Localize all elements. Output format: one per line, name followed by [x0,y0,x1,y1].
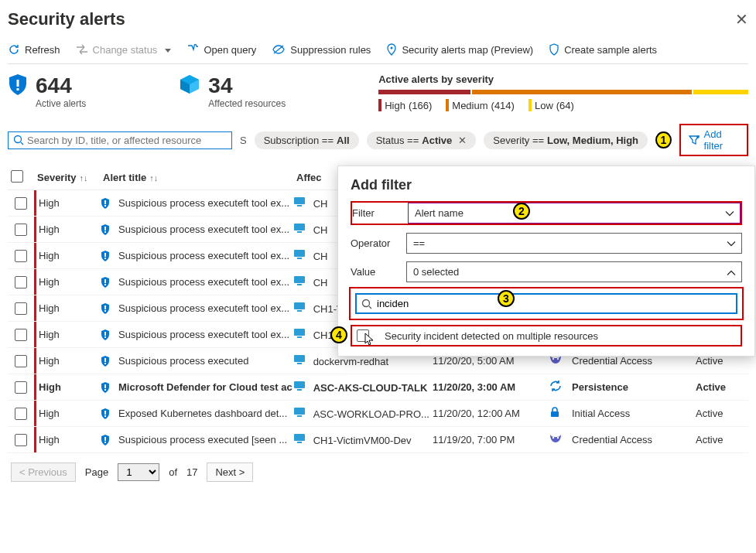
severity-indicator [34,269,36,295]
operator-select[interactable]: == [406,233,742,254]
svg-rect-44 [294,381,305,388]
severity-title: Active alerts by severity [378,73,748,85]
cell-tactic: Credential Access [572,434,696,445]
row-checkbox[interactable] [15,381,27,394]
marker-1: 1 [655,131,672,148]
cell-status: Active [696,434,742,445]
open-query-button[interactable]: Open query [186,44,256,56]
row-checkbox[interactable] [15,197,27,210]
value-select[interactable]: 0 selected [406,261,742,282]
search-box[interactable] [8,131,232,149]
monitor-icon [293,249,306,260]
row-checkbox[interactable] [15,276,27,288]
cell-title: Suspicious process executeft tool ex... [100,329,293,341]
clear-status-icon[interactable]: ✕ [458,135,467,146]
sev-bar-low [693,90,748,94]
close-icon[interactable]: ✕ [735,10,748,29]
row-checkbox[interactable] [15,434,27,446]
alert-shield-icon [100,381,111,394]
svg-rect-52 [104,442,106,443]
filter-panel-title: Add filter [351,177,742,193]
cell-tactic: Credential Access [572,355,696,367]
cell-title: Suspicious process executed [100,355,293,367]
table-row[interactable]: High Microsoft Defender for Cloud test a… [8,374,748,401]
pill-severity[interactable]: Severity == Low, Medium, High [484,131,648,149]
cell-time: 11/20/20, 3:00 AM [433,381,549,393]
add-filter-label: Add filter [704,128,739,152]
sev-low-chip: Low (64) [529,99,574,111]
svg-rect-11 [297,205,302,207]
open-query-label: Open query [204,44,256,56]
svg-point-40 [552,358,554,360]
cell-title: Suspicious process executeft tool ex... [100,197,293,210]
active-label: Active alerts [36,98,86,109]
refresh-button[interactable]: Refresh [8,43,60,56]
cell-title: Microsoft Defender for Cloud test ac ... [100,381,293,394]
value-label: Value [351,266,403,278]
cell-status: Active [696,381,742,393]
row-checkbox[interactable] [15,302,27,315]
tactic-icon [549,406,572,421]
row-checkbox[interactable] [15,355,27,367]
severity-section: Active alerts by severity High (166) Med… [378,73,748,111]
swatch-medium [446,99,449,111]
monitor-icon [293,223,306,234]
cell-resource: ASC-AKS-CLOUD-TALK [293,381,433,394]
cell-tactic: Persistence [572,381,696,393]
page-title: Security alerts [8,9,125,29]
map-button[interactable]: Security alerts map (Preview) [386,43,533,56]
next-button[interactable]: Next > [207,463,253,482]
value-search-input[interactable] [377,298,731,309]
alert-shield-icon [100,250,111,262]
svg-rect-10 [294,197,305,204]
pill-subscription[interactable]: Subscription == All [255,131,359,149]
value-search-box: 3 [349,287,744,320]
active-alerts-stat: 644 Active alerts [8,73,86,109]
filter-option[interactable]: 4 Security incident detected on multiple… [351,325,742,346]
search-icon [361,299,372,309]
svg-rect-14 [294,224,305,230]
filter-row: S Subscription == All Status == Active ✕… [8,124,748,156]
svg-point-1 [391,47,393,49]
cell-severity: High [39,250,100,261]
chevron-down-icon [162,44,171,56]
of-label: of [169,466,177,478]
svg-point-4 [15,136,22,143]
pill-status[interactable]: Status == Active ✕ [367,131,477,149]
svg-rect-46 [104,411,106,415]
marker-2: 2 [513,203,530,220]
change-status-button[interactable]: Change status [76,44,172,56]
active-count: 644 [36,73,86,98]
previous-button[interactable]: < Previous [11,463,76,482]
svg-line-58 [369,306,371,309]
row-checkbox[interactable] [15,250,27,262]
suppression-button[interactable]: Suppression rules [272,44,371,56]
row-checkbox[interactable] [15,329,27,341]
change-status-icon [76,44,88,55]
severity-bar [378,90,748,94]
filter-select[interactable]: Alert name [408,203,741,224]
select-all-checkbox[interactable] [11,170,23,183]
page-select[interactable]: 1 [118,463,159,481]
alert-shield-icon [100,224,111,236]
add-filter-button[interactable]: Add filter [679,124,748,156]
cursor-icon [364,333,375,346]
cell-title: Suspicious process executeft tool ex... [100,276,293,288]
col-severity[interactable]: Severity ↑↓ [37,172,103,183]
col-title[interactable]: Alert title ↑↓ [103,172,296,183]
svg-rect-38 [294,355,305,362]
table-row[interactable]: High Exposed Kubernetes dashboard det...… [8,401,748,427]
row-checkbox[interactable] [15,224,27,236]
svg-point-56 [557,437,559,439]
svg-rect-23 [297,284,302,285]
monitor-icon [293,275,306,286]
svg-rect-27 [297,310,302,312]
sample-alerts-button[interactable]: Create sample alerts [549,43,657,56]
svg-rect-15 [297,231,302,233]
swatch-high [378,99,381,111]
table-row[interactable]: High Suspicious process executed [seen .… [8,427,748,453]
search-input[interactable] [27,135,227,146]
map-label: Security alerts map (Preview) [402,44,533,56]
sev-bar-high [378,90,470,94]
row-checkbox[interactable] [15,408,27,420]
